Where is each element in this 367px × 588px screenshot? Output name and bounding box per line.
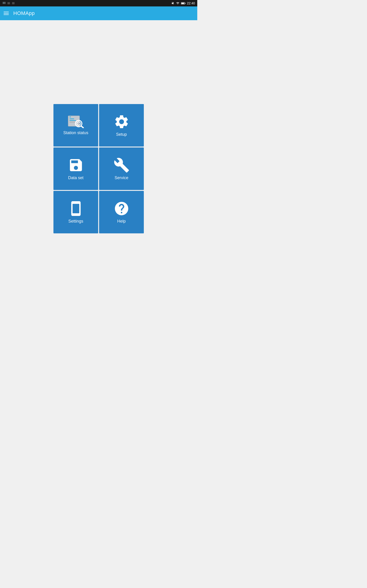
svg-rect-3 <box>181 2 184 4</box>
tile-data-set[interactable]: Data set <box>53 147 98 190</box>
svg-line-11 <box>81 126 83 128</box>
tile-station-status-label: Station status <box>63 130 88 135</box>
help-svg <box>114 200 130 216</box>
station-status-icon: » <box>68 115 84 128</box>
station-status-svg: » <box>68 115 84 128</box>
setup-svg <box>114 114 130 130</box>
app-title: HOMApp <box>13 10 35 16</box>
save-icon <box>68 157 84 173</box>
phone-icon <box>68 200 84 216</box>
status-bar-right-icons: 22:40 <box>171 1 195 5</box>
svg-rect-2 <box>185 3 185 4</box>
main-content: » Station status Setup <box>0 20 197 317</box>
tile-help-label: Help <box>117 219 126 224</box>
app-icon-2 <box>7 1 10 5</box>
svg-text:»: » <box>69 115 71 119</box>
svg-rect-7 <box>69 122 75 122</box>
status-time: 22:40 <box>187 1 195 5</box>
notification-off-icon <box>171 2 175 5</box>
wrench-icon <box>114 157 130 173</box>
service-svg <box>114 157 130 173</box>
battery-status-icon <box>181 2 186 5</box>
tile-data-set-label: Data set <box>68 175 83 180</box>
wifi-status-icon <box>176 2 180 5</box>
gear-icon <box>114 114 130 130</box>
tile-settings[interactable]: Settings <box>53 191 98 233</box>
status-bar-left-icons <box>2 1 15 5</box>
help-icon <box>114 200 130 216</box>
app-icon-3 <box>11 1 15 5</box>
tile-service[interactable]: Service <box>99 147 144 190</box>
tile-settings-label: Settings <box>68 219 83 224</box>
tile-help[interactable]: Help <box>99 191 144 233</box>
tile-setup-label: Setup <box>116 132 127 137</box>
app-icon-1 <box>2 1 6 5</box>
tile-setup[interactable]: Setup <box>99 104 144 147</box>
hamburger-menu-button[interactable] <box>4 12 9 15</box>
app-bar: HOMApp <box>0 6 197 20</box>
tile-service-label: Service <box>115 175 128 180</box>
data-set-svg <box>68 157 84 173</box>
svg-rect-6 <box>69 120 76 121</box>
menu-grid: » Station status Setup <box>53 104 144 233</box>
tile-station-status[interactable]: » Station status <box>53 104 98 147</box>
settings-svg <box>68 200 84 216</box>
svg-rect-5 <box>69 119 74 119</box>
status-bar: 22:40 <box>0 0 197 6</box>
